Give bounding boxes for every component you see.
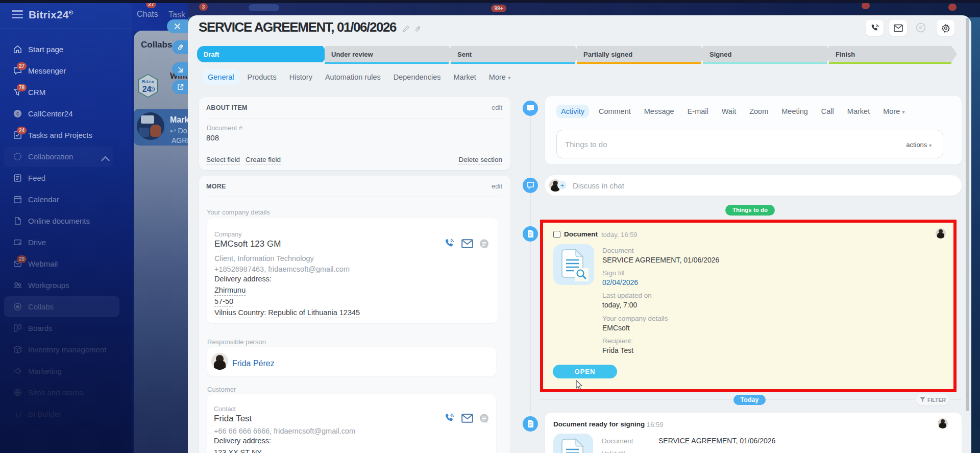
svg-text:c: c [16,111,19,116]
svg-text:24: 24 [142,85,152,93]
svg-text:Bitrix: Bitrix [142,79,155,84]
